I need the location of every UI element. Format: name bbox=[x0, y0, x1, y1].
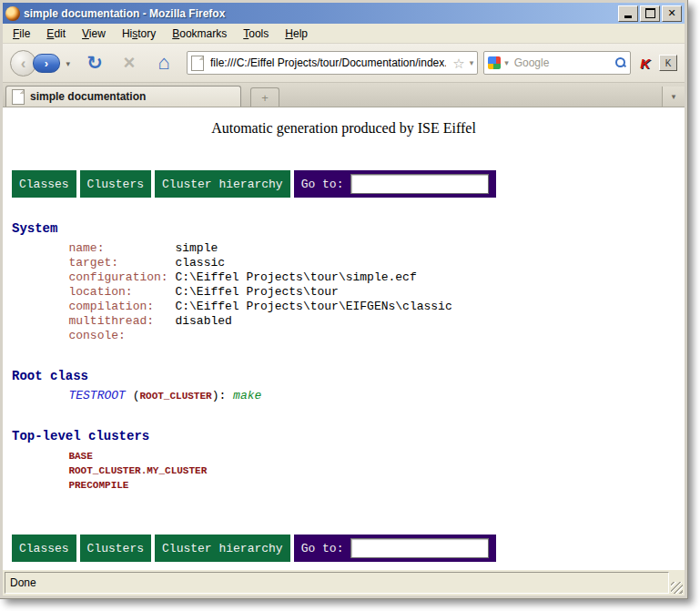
page-favicon-icon bbox=[191, 56, 204, 71]
maximize-icon bbox=[645, 8, 655, 18]
root-class-segment-plain: ): bbox=[212, 389, 233, 402]
cluster-link[interactable]: ROOT_CLUSTER.MY_CLUSTER bbox=[68, 465, 207, 476]
root-class-segment-feature-link[interactable]: make bbox=[233, 389, 261, 402]
cluster-list: BASE ROOT_CLUSTER.MY_CLUSTER PRECOMPILE bbox=[12, 449, 685, 493]
bottom-nav-buttons: ClassesClustersCluster hierarchy bbox=[12, 535, 294, 562]
root-class-segment-class-link[interactable]: TESTROOT bbox=[68, 389, 125, 402]
system-row-value: classic bbox=[175, 256, 225, 270]
screenshot-stage: simple documentation - Mozilla Firefox ✕… bbox=[0, 0, 700, 611]
new-tab-button[interactable]: + bbox=[250, 87, 279, 107]
top-nav-row: ClassesClustersCluster hierarchy Go to: bbox=[12, 170, 685, 198]
system-row-label: target: bbox=[68, 256, 175, 270]
bookmark-star-icon[interactable]: ☆ bbox=[452, 56, 464, 70]
forward-button[interactable]: › bbox=[33, 54, 60, 73]
system-row-value: disabled bbox=[175, 314, 231, 328]
goto-input-top[interactable] bbox=[350, 174, 489, 194]
doc-header: Automatic generation produced by ISE Eif… bbox=[3, 120, 685, 137]
nav-button-cluster-hierarchy[interactable]: Cluster hierarchy bbox=[155, 170, 290, 198]
google-logo-icon bbox=[488, 56, 501, 69]
goto-label: Go to: bbox=[301, 542, 344, 555]
status-bar: Done bbox=[3, 569, 685, 596]
menu-view[interactable]: View bbox=[74, 25, 114, 42]
maximize-button[interactable] bbox=[640, 5, 660, 22]
kaspersky-icon[interactable]: K bbox=[640, 56, 650, 71]
window-title: simple documentation - Mozilla Firefox bbox=[24, 7, 614, 20]
menu-help[interactable]: Help bbox=[277, 25, 316, 42]
system-row-label: configuration: bbox=[68, 270, 175, 284]
history-dropdown-icon[interactable]: ▾ bbox=[66, 59, 70, 68]
nav-button-clusters[interactable]: Clusters bbox=[80, 170, 151, 198]
page-content: Automatic generation produced by ISE Eif… bbox=[3, 107, 685, 569]
search-input[interactable] bbox=[512, 56, 612, 70]
menu-bookmarks[interactable]: Bookmarks bbox=[164, 25, 235, 42]
nav-button-clusters[interactable]: Clusters bbox=[80, 535, 151, 562]
tab-label: simple documentation bbox=[30, 90, 146, 103]
forward-icon: › bbox=[45, 56, 48, 70]
search-icon[interactable] bbox=[615, 57, 626, 68]
system-row-label: location: bbox=[68, 285, 175, 299]
refresh-button[interactable]: ↻ bbox=[83, 50, 107, 76]
urlbar-dropdown-icon[interactable]: ▾ bbox=[470, 58, 474, 67]
root-class-segment-plain: ( bbox=[126, 389, 140, 402]
system-row-label: name: bbox=[68, 241, 175, 255]
resize-grip[interactable] bbox=[669, 572, 683, 594]
system-row-label: console: bbox=[68, 329, 175, 342]
resize-grip-icon bbox=[671, 582, 683, 594]
back-icon: ‹ bbox=[21, 55, 26, 73]
stop-button[interactable]: × bbox=[117, 50, 141, 76]
system-heading: System bbox=[12, 221, 685, 236]
url-input[interactable] bbox=[208, 56, 448, 70]
clusters-heading: Top-level clusters bbox=[12, 429, 685, 443]
menu-history[interactable]: History bbox=[114, 25, 164, 42]
system-row-value: C:\Eiffel Projects\tour\simple.ecf bbox=[175, 270, 416, 284]
system-row-value: C:\Eiffel Projects\tour bbox=[175, 285, 338, 299]
cluster-link[interactable]: PRECOMPILE bbox=[68, 480, 128, 491]
root-class-line: TESTROOT (ROOT_CLUSTER): make bbox=[12, 389, 685, 403]
stop-icon: × bbox=[124, 51, 136, 75]
back-forward-widget: ‹ › ▾ bbox=[10, 49, 70, 76]
menu-edit[interactable]: Edit bbox=[38, 25, 74, 42]
close-button[interactable]: ✕ bbox=[662, 5, 682, 22]
home-button[interactable]: ⌂ bbox=[152, 50, 176, 76]
top-nav-buttons: ClassesClustersCluster hierarchy bbox=[12, 170, 294, 198]
status-text: Done bbox=[5, 572, 669, 594]
root-class-segment-cluster-name[interactable]: ROOT_CLUSTER bbox=[139, 391, 211, 402]
k-toolbar-button[interactable]: K bbox=[659, 55, 677, 71]
minimize-button[interactable] bbox=[618, 5, 638, 22]
tab-favicon-icon bbox=[12, 89, 25, 105]
nav-button-cluster-hierarchy[interactable]: Cluster hierarchy bbox=[155, 535, 290, 562]
search-box[interactable]: ▾ bbox=[483, 51, 631, 75]
home-icon: ⌂ bbox=[157, 51, 169, 75]
goto-label: Go to: bbox=[301, 178, 344, 191]
nav-button-classes[interactable]: Classes bbox=[12, 170, 76, 198]
menu-bar: FileEditViewHistoryBookmarksToolsHelp bbox=[3, 24, 685, 44]
system-row-label: multithread: bbox=[68, 314, 175, 328]
navigation-toolbar: ‹ › ▾ ↻ × ⌂ ☆ ▾ ▾ K K bbox=[3, 44, 685, 83]
tab-strip: simple documentation + ▾ bbox=[3, 83, 685, 107]
search-engine-dropdown-icon[interactable]: ▾ bbox=[504, 58, 509, 67]
firefox-icon[interactable] bbox=[5, 6, 20, 21]
refresh-icon: ↻ bbox=[86, 52, 103, 74]
menu-tools[interactable]: Tools bbox=[235, 25, 277, 42]
goto-box-top: Go to: bbox=[294, 170, 497, 198]
system-row-label: compilation: bbox=[68, 300, 175, 313]
browser-window: simple documentation - Mozilla Firefox ✕… bbox=[0, 0, 687, 598]
cluster-link[interactable]: BASE bbox=[68, 451, 92, 462]
address-bar[interactable]: ☆ ▾ bbox=[187, 51, 478, 75]
tab-list-dropdown-button[interactable]: ▾ bbox=[662, 87, 685, 107]
bottom-nav-row: ClassesClustersCluster hierarchy Go to: bbox=[12, 535, 685, 562]
system-row-value: simple bbox=[175, 241, 218, 255]
system-row-value: C:\Eiffel Projects\tour\EIFGENs\classic bbox=[175, 300, 451, 313]
goto-input-bottom[interactable] bbox=[350, 538, 489, 558]
title-bar: simple documentation - Mozilla Firefox ✕ bbox=[3, 3, 685, 24]
close-icon: ✕ bbox=[667, 8, 675, 18]
menu-file[interactable]: File bbox=[5, 25, 38, 42]
tab-simple-documentation[interactable]: simple documentation bbox=[5, 86, 241, 107]
minimize-icon bbox=[624, 15, 632, 18]
goto-box-bottom: Go to: bbox=[294, 535, 497, 562]
root-class-heading: Root class bbox=[12, 369, 685, 383]
system-rows: name: simple target: classic configurati… bbox=[12, 241, 685, 343]
nav-button-classes[interactable]: Classes bbox=[12, 535, 76, 562]
